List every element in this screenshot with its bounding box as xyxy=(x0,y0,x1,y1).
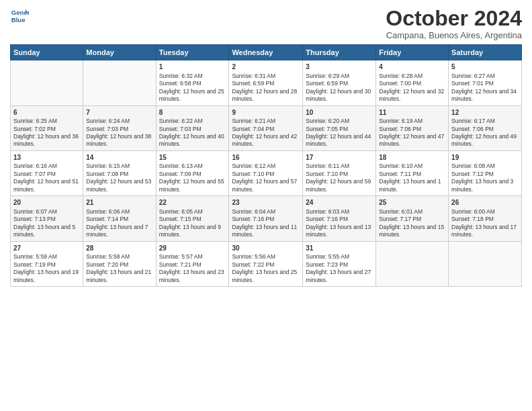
day-info: Sunrise: 6:04 AMSunset: 7:16 PMDaylight:… xyxy=(232,208,300,239)
calendar-cell: 15Sunrise: 6:13 AMSunset: 7:09 PMDayligh… xyxy=(156,150,229,195)
day-info: Sunrise: 6:19 AMSunset: 7:06 PMDaylight:… xyxy=(379,118,445,148)
col-header-sunday: Sunday xyxy=(11,45,83,60)
calendar-page: General Blue General Blue October 2024 C… xyxy=(0,0,532,411)
calendar-cell xyxy=(11,60,83,105)
logo-icon: General Blue xyxy=(10,7,29,26)
calendar-cell: 29Sunrise: 5:57 AMSunset: 7:21 PMDayligh… xyxy=(156,241,229,286)
day-number: 30 xyxy=(232,244,300,253)
day-info: Sunrise: 6:16 AMSunset: 7:07 PMDaylight:… xyxy=(13,163,80,193)
calendar-week-3: 13Sunrise: 6:16 AMSunset: 7:07 PMDayligh… xyxy=(11,150,522,195)
day-number: 5 xyxy=(451,62,519,72)
day-number: 10 xyxy=(306,108,373,118)
day-info: Sunrise: 6:22 AMSunset: 7:03 PMDaylight:… xyxy=(159,118,226,148)
calendar-cell: 19Sunrise: 6:08 AMSunset: 7:12 PMDayligh… xyxy=(449,150,522,195)
day-info: Sunrise: 6:13 AMSunset: 7:09 PMDaylight:… xyxy=(159,163,226,193)
calendar-cell: 14Sunrise: 6:15 AMSunset: 7:08 PMDayligh… xyxy=(83,150,156,195)
day-info: Sunrise: 6:08 AMSunset: 7:12 PMDaylight:… xyxy=(451,163,519,193)
day-number: 21 xyxy=(86,198,152,208)
day-info: Sunrise: 6:32 AMSunset: 6:58 PMDaylight:… xyxy=(159,73,226,103)
calendar-cell: 18Sunrise: 6:10 AMSunset: 7:11 PMDayligh… xyxy=(376,150,449,195)
day-info: Sunrise: 5:56 AMSunset: 7:22 PMDaylight:… xyxy=(232,253,300,284)
day-info: Sunrise: 6:28 AMSunset: 7:00 PMDaylight:… xyxy=(379,73,445,103)
day-number: 14 xyxy=(86,153,152,163)
calendar-cell: 11Sunrise: 6:19 AMSunset: 7:06 PMDayligh… xyxy=(376,105,449,150)
day-number: 4 xyxy=(379,62,445,72)
day-number: 2 xyxy=(232,62,300,72)
day-number: 18 xyxy=(379,153,445,163)
col-header-tuesday: Tuesday xyxy=(156,45,229,60)
header: General Blue General Blue October 2024 C… xyxy=(10,7,522,40)
calendar-cell: 16Sunrise: 6:12 AMSunset: 7:10 PMDayligh… xyxy=(229,150,303,195)
day-number: 3 xyxy=(306,62,373,72)
col-header-wednesday: Wednesday xyxy=(229,45,303,60)
day-info: Sunrise: 6:00 AMSunset: 7:18 PMDaylight:… xyxy=(451,208,519,239)
day-number: 23 xyxy=(232,198,300,208)
day-number: 22 xyxy=(159,198,226,208)
day-number: 7 xyxy=(86,108,152,118)
day-info: Sunrise: 6:11 AMSunset: 7:10 PMDaylight:… xyxy=(306,163,373,193)
day-info: Sunrise: 5:57 AMSunset: 7:21 PMDaylight:… xyxy=(159,253,226,284)
calendar-cell: 13Sunrise: 6:16 AMSunset: 7:07 PMDayligh… xyxy=(11,150,83,195)
day-number: 11 xyxy=(379,108,445,118)
calendar-week-5: 27Sunrise: 5:59 AMSunset: 7:19 PMDayligh… xyxy=(11,241,522,286)
calendar-cell: 4Sunrise: 6:28 AMSunset: 7:00 PMDaylight… xyxy=(376,60,449,105)
calendar-cell: 30Sunrise: 5:56 AMSunset: 7:22 PMDayligh… xyxy=(229,241,303,286)
day-info: Sunrise: 6:21 AMSunset: 7:04 PMDaylight:… xyxy=(232,118,300,148)
calendar-cell: 24Sunrise: 6:03 AMSunset: 7:16 PMDayligh… xyxy=(303,196,376,241)
calendar-cell: 17Sunrise: 6:11 AMSunset: 7:10 PMDayligh… xyxy=(303,150,376,195)
day-number: 8 xyxy=(159,108,226,118)
location-subtitle: Campana, Buenos Aires, Argentina xyxy=(386,30,522,40)
day-info: Sunrise: 6:20 AMSunset: 7:05 PMDaylight:… xyxy=(306,118,373,148)
day-number: 25 xyxy=(379,198,445,208)
calendar-cell: 9Sunrise: 6:21 AMSunset: 7:04 PMDaylight… xyxy=(229,105,303,150)
day-info: Sunrise: 6:10 AMSunset: 7:11 PMDaylight:… xyxy=(379,163,445,193)
calendar-cell: 28Sunrise: 5:58 AMSunset: 7:20 PMDayligh… xyxy=(83,241,156,286)
calendar-week-4: 20Sunrise: 6:07 AMSunset: 7:13 PMDayligh… xyxy=(11,196,522,241)
day-number: 16 xyxy=(232,153,300,163)
calendar-cell: 22Sunrise: 6:05 AMSunset: 7:15 PMDayligh… xyxy=(156,196,229,241)
day-info: Sunrise: 6:31 AMSunset: 6:59 PMDaylight:… xyxy=(232,73,300,103)
calendar-cell: 31Sunrise: 5:55 AMSunset: 7:23 PMDayligh… xyxy=(303,241,376,286)
day-info: Sunrise: 5:55 AMSunset: 7:23 PMDaylight:… xyxy=(306,253,373,284)
day-number: 28 xyxy=(86,244,152,253)
day-info: Sunrise: 6:29 AMSunset: 6:59 PMDaylight:… xyxy=(306,73,373,103)
day-number: 17 xyxy=(306,153,373,163)
col-header-friday: Friday xyxy=(376,45,449,60)
day-number: 9 xyxy=(232,108,300,118)
calendar-cell: 12Sunrise: 6:17 AMSunset: 7:06 PMDayligh… xyxy=(449,105,522,150)
calendar-header-row: SundayMondayTuesdayWednesdayThursdayFrid… xyxy=(11,45,522,60)
calendar-cell: 7Sunrise: 6:24 AMSunset: 7:03 PMDaylight… xyxy=(83,105,156,150)
calendar-cell: 10Sunrise: 6:20 AMSunset: 7:05 PMDayligh… xyxy=(303,105,376,150)
day-info: Sunrise: 6:27 AMSunset: 7:01 PMDaylight:… xyxy=(451,73,519,103)
day-info: Sunrise: 6:24 AMSunset: 7:03 PMDaylight:… xyxy=(86,118,152,148)
day-info: Sunrise: 6:12 AMSunset: 7:10 PMDaylight:… xyxy=(232,163,300,193)
day-number: 19 xyxy=(451,153,519,163)
logo: General Blue General Blue xyxy=(10,7,29,26)
day-info: Sunrise: 6:06 AMSunset: 7:14 PMDaylight:… xyxy=(86,208,152,239)
day-number: 13 xyxy=(13,153,80,163)
day-info: Sunrise: 6:01 AMSunset: 7:17 PMDaylight:… xyxy=(379,208,445,239)
title-block: October 2024 Campana, Buenos Aires, Arge… xyxy=(386,7,522,40)
day-info: Sunrise: 5:58 AMSunset: 7:20 PMDaylight:… xyxy=(86,253,152,284)
day-number: 27 xyxy=(13,244,80,253)
day-number: 24 xyxy=(306,198,373,208)
calendar-cell: 23Sunrise: 6:04 AMSunset: 7:16 PMDayligh… xyxy=(229,196,303,241)
day-info: Sunrise: 6:25 AMSunset: 7:02 PMDaylight:… xyxy=(13,118,80,148)
calendar-cell: 27Sunrise: 5:59 AMSunset: 7:19 PMDayligh… xyxy=(11,241,83,286)
day-info: Sunrise: 6:17 AMSunset: 7:06 PMDaylight:… xyxy=(451,118,519,148)
calendar-cell: 3Sunrise: 6:29 AMSunset: 6:59 PMDaylight… xyxy=(303,60,376,105)
day-number: 12 xyxy=(451,108,519,118)
calendar-week-1: 1Sunrise: 6:32 AMSunset: 6:58 PMDaylight… xyxy=(11,60,522,105)
calendar-cell: 5Sunrise: 6:27 AMSunset: 7:01 PMDaylight… xyxy=(449,60,522,105)
calendar-cell: 26Sunrise: 6:00 AMSunset: 7:18 PMDayligh… xyxy=(449,196,522,241)
col-header-thursday: Thursday xyxy=(303,45,376,60)
month-title: October 2024 xyxy=(386,7,522,30)
calendar-cell: 25Sunrise: 6:01 AMSunset: 7:17 PMDayligh… xyxy=(376,196,449,241)
calendar-cell: 8Sunrise: 6:22 AMSunset: 7:03 PMDaylight… xyxy=(156,105,229,150)
day-number: 1 xyxy=(159,62,226,72)
col-header-monday: Monday xyxy=(83,45,156,60)
svg-text:Blue: Blue xyxy=(11,16,26,24)
day-number: 31 xyxy=(306,244,373,253)
calendar-cell xyxy=(376,241,449,286)
day-info: Sunrise: 6:07 AMSunset: 7:13 PMDaylight:… xyxy=(13,208,80,239)
